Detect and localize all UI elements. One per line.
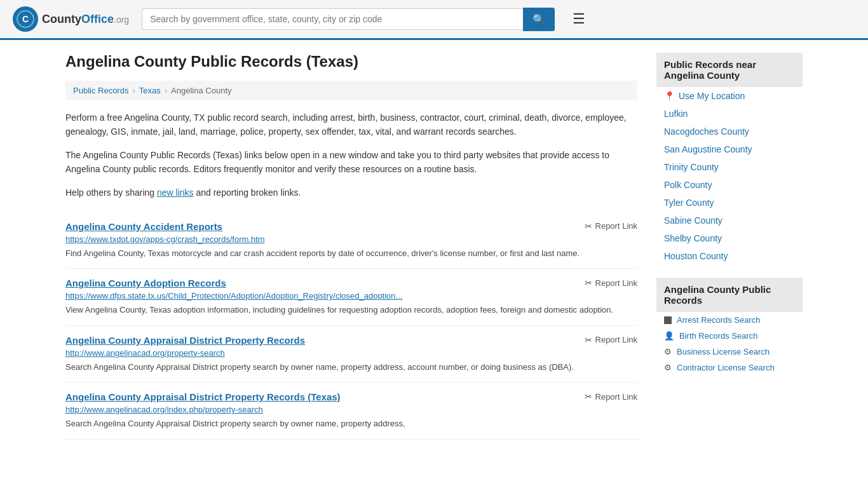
sidebar-contractor-license[interactable]: ⚙ Contractor License Search xyxy=(656,360,803,376)
logo-text-area: CountyOffice.org xyxy=(42,13,129,26)
arrest-records-link[interactable]: Arrest Records Search xyxy=(677,315,761,325)
polk-link[interactable]: Polk County xyxy=(664,180,712,190)
sidebar-item-shelby[interactable]: Shelby County xyxy=(656,229,803,247)
breadcrumb-public-records[interactable]: Public Records xyxy=(73,86,128,95)
main-layout: Angelina County Public Records (Texas) P… xyxy=(53,40,815,452)
sidebar-birth-records[interactable]: 👤 Birth Records Search xyxy=(656,328,803,344)
lufkin-link[interactable]: Lufkin xyxy=(664,109,688,119)
report-link-label: Report Link xyxy=(595,392,637,402)
shelby-link[interactable]: Shelby County xyxy=(664,233,722,243)
record-item: Angelina County Appraisal District Prope… xyxy=(65,383,637,440)
record-title[interactable]: Angelina County Appraisal District Prope… xyxy=(65,335,305,346)
header: C CountyOffice.org 🔍 ☰ xyxy=(0,0,868,40)
search-area: 🔍 xyxy=(142,8,555,31)
sidebar-item-trinity[interactable]: Trinity County xyxy=(656,158,803,176)
sidebar-arrest-records[interactable]: Arrest Records Search xyxy=(656,312,803,328)
search-input[interactable] xyxy=(142,8,523,30)
sidebar-item-polk[interactable]: Polk County xyxy=(656,176,803,194)
logo-org: .org xyxy=(114,15,129,25)
location-dot-icon: 📍 xyxy=(664,91,675,101)
record-header: Angelina County Appraisal District Prope… xyxy=(65,391,637,402)
tyler-link[interactable]: Tyler County xyxy=(664,198,714,208)
record-desc: Search Angelina County Appraisal Distric… xyxy=(65,361,637,374)
description-1: Perform a free Angelina County, TX publi… xyxy=(65,111,637,139)
use-my-location[interactable]: 📍 Use My Location xyxy=(656,87,803,105)
record-item: Angelina County Accident Reports ✂ Repor… xyxy=(65,212,637,269)
logo-county: County xyxy=(42,13,81,25)
record-title[interactable]: Angelina County Appraisal District Prope… xyxy=(65,391,341,402)
search-button[interactable]: 🔍 xyxy=(523,8,555,31)
logo-icon: C xyxy=(13,6,38,32)
nearby-section-header: Public Records near Angelina County xyxy=(656,53,803,87)
sidebar-business-license[interactable]: ⚙ Business License Search xyxy=(656,344,803,360)
logo-office: Office xyxy=(81,13,114,25)
sidebar-item-lufkin[interactable]: Lufkin xyxy=(656,105,803,123)
record-item: Angelina County Adoption Records ✂ Repor… xyxy=(65,269,637,326)
logo-svg: C xyxy=(17,10,34,28)
record-url[interactable]: https://www.dfps.state.tx.us/Child_Prote… xyxy=(65,291,637,301)
desc3-suffix: and reporting broken links. xyxy=(194,187,301,198)
breadcrumb: Public Records › Texas › Angelina County xyxy=(65,81,637,100)
arrest-icon xyxy=(664,316,672,324)
report-link-label: Report Link xyxy=(595,278,637,288)
local-section-header: Angelina County Public Records xyxy=(656,278,803,312)
record-desc: Find Angelina County, Texas motorcycle a… xyxy=(65,247,637,260)
report-link-label: Report Link xyxy=(595,335,637,344)
trinity-link[interactable]: Trinity County xyxy=(664,162,719,172)
record-header: Angelina County Appraisal District Prope… xyxy=(65,335,637,346)
report-link[interactable]: ✂ Report Link xyxy=(585,221,637,231)
content-area: Angelina County Public Records (Texas) P… xyxy=(65,53,637,440)
sidebar-item-nacogdoches[interactable]: Nacogdoches County xyxy=(656,123,803,140)
record-url[interactable]: http://www.angelinacad.org/index.php/pro… xyxy=(65,405,637,414)
record-url[interactable]: http://www.angelinacad.org/property-sear… xyxy=(65,348,637,358)
sidebar-item-sabine[interactable]: Sabine County xyxy=(656,212,803,229)
breadcrumb-county: Angelina County xyxy=(171,86,231,95)
record-header: Angelina County Accident Reports ✂ Repor… xyxy=(65,221,637,232)
report-icon: ✂ xyxy=(585,335,592,345)
contractor-license-link[interactable]: Contractor License Search xyxy=(677,363,775,372)
records-list: Angelina County Accident Reports ✂ Repor… xyxy=(65,212,637,440)
description-3: Help others by sharing new links and rep… xyxy=(65,186,637,200)
svg-text:C: C xyxy=(22,14,29,24)
report-icon: ✂ xyxy=(585,278,592,288)
logo-area: C CountyOffice.org xyxy=(13,6,129,32)
sidebar-item-san-augustine[interactable]: San Augustine County xyxy=(656,140,803,158)
description-2: The Angelina County Public Records (Texa… xyxy=(65,148,637,177)
record-title[interactable]: Angelina County Accident Reports xyxy=(65,221,222,232)
breadcrumb-sep-2: › xyxy=(165,86,167,95)
use-location-link[interactable]: Use My Location xyxy=(679,91,745,101)
menu-button[interactable]: ☰ xyxy=(567,8,590,30)
desc3-prefix: Help others by sharing xyxy=(65,187,157,198)
breadcrumb-sep-1: › xyxy=(132,86,135,95)
local-section: Angelina County Public Records Arrest Re… xyxy=(656,278,803,376)
new-links[interactable]: new links xyxy=(157,187,194,198)
report-link[interactable]: ✂ Report Link xyxy=(585,278,637,288)
report-icon: ✂ xyxy=(585,221,592,231)
birth-records-link[interactable]: Birth Records Search xyxy=(679,331,758,341)
record-item: Angelina County Appraisal District Prope… xyxy=(65,326,637,383)
report-icon: ✂ xyxy=(585,391,592,402)
report-link[interactable]: ✂ Report Link xyxy=(585,335,637,345)
record-desc: View Angelina County, Texas adoption inf… xyxy=(65,304,637,316)
business-license-link[interactable]: Business License Search xyxy=(677,347,770,356)
business-icon: ⚙ xyxy=(664,347,672,356)
record-title[interactable]: Angelina County Adoption Records xyxy=(65,278,226,288)
houston-link[interactable]: Houston County xyxy=(664,251,728,261)
nearby-section: Public Records near Angelina County 📍 Us… xyxy=(656,53,803,265)
sabine-link[interactable]: Sabine County xyxy=(664,215,722,226)
san-augustine-link[interactable]: San Augustine County xyxy=(664,144,752,154)
sidebar: Public Records near Angelina County 📍 Us… xyxy=(656,53,803,440)
report-link[interactable]: ✂ Report Link xyxy=(585,391,637,402)
record-header: Angelina County Adoption Records ✂ Repor… xyxy=(65,278,637,288)
breadcrumb-texas[interactable]: Texas xyxy=(139,86,161,95)
contractor-icon: ⚙ xyxy=(664,363,672,372)
sidebar-item-houston[interactable]: Houston County xyxy=(656,247,803,265)
birth-icon: 👤 xyxy=(664,331,674,341)
record-url[interactable]: https://www.txdot.gov/apps-cg/crash_reco… xyxy=(65,234,637,244)
record-desc: Search Angelina County Appraisal Distric… xyxy=(65,417,637,430)
sidebar-item-tyler[interactable]: Tyler County xyxy=(656,194,803,212)
report-link-label: Report Link xyxy=(595,221,637,231)
nacogdoches-link[interactable]: Nacogdoches County xyxy=(664,126,749,137)
page-title: Angelina County Public Records (Texas) xyxy=(65,53,637,71)
